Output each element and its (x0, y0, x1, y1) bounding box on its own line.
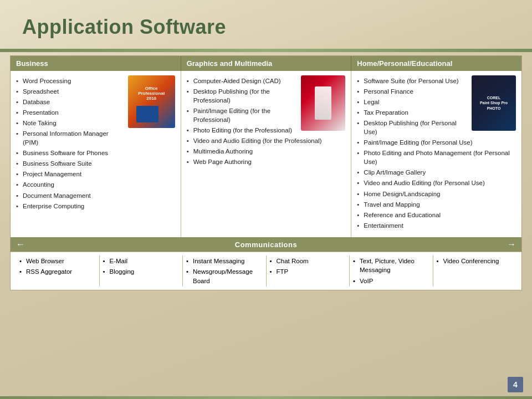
list-item: Entertainment (357, 220, 516, 231)
list-item: Photo Editing (for the Professional) (187, 125, 346, 135)
list-item: Blogging (103, 267, 180, 278)
communications-title: Communications (30, 241, 502, 249)
list-item: Paint/Image Editing (for the Professiona… (187, 105, 346, 125)
comms-list-6: Video Conferencing (437, 255, 513, 267)
comms-list-2: E-Mail Blogging (103, 255, 180, 277)
arrow-left-icon: ← (11, 239, 30, 249)
comms-list-4: Chat Room FTP (270, 255, 346, 277)
list-item: Paint/Image Editing (for Personal Use) (357, 137, 516, 148)
list-item: Home Design/Landscaping (357, 188, 516, 199)
list-item: Video and Audio Editing (for Personal Us… (357, 178, 516, 188)
list-item: Computer-Aided Design (CAD) (187, 75, 346, 86)
comms-list-3: Instant Messaging Newsgroup/Message Boar… (186, 255, 263, 287)
list-item: Software Suite (for Personal Use) (357, 75, 516, 86)
comms-list-5: Text, Picture, Video Messaging VoIP (353, 255, 429, 287)
graphics-header: Graphics and Multimedia (181, 56, 352, 71)
top-bar (0, 49, 532, 52)
list-item: Travel and Mapping (357, 199, 516, 209)
comms-col-4: Chat Room FTP (267, 255, 350, 287)
list-item: Presentation (16, 107, 175, 117)
list-item: Legal (357, 96, 516, 107)
list-item: Chat Room (270, 255, 346, 267)
list-item: Newsgroup/Message Board (186, 267, 263, 287)
list-item: Personal Finance (357, 86, 516, 96)
list-item: Text, Picture, Video Messaging (353, 255, 429, 275)
comms-list-1: Web Browser RSS Aggregator (19, 255, 96, 277)
column-headers: Business Graphics and Multimedia Home/Pe… (11, 56, 521, 71)
list-item: RSS Aggregator (19, 267, 96, 278)
list-item: Document Management (16, 190, 175, 201)
list-item: Accounting (16, 180, 175, 190)
home-list: Software Suite (for Personal Use) Person… (357, 75, 516, 231)
home-column: CORELPaint Shop ProPHOTO Software Suite … (351, 71, 521, 237)
list-item: Video Conferencing (437, 255, 513, 267)
main-table: Business Graphics and Multimedia Home/Pe… (10, 55, 522, 290)
list-item: Desktop Publishing (for Personal Use) (357, 117, 516, 137)
list-item: Web Browser (19, 255, 96, 267)
list-item: Personal Information Manager (PIM) (16, 128, 175, 147)
list-item: VoIP (353, 275, 429, 287)
arrow-right-icon: → (502, 239, 521, 249)
business-product-label: OfficeProfessional2010 (138, 86, 165, 101)
content-row: OfficeProfessional2010 Word Processing S… (11, 71, 521, 237)
business-column: OfficeProfessional2010 Word Processing S… (11, 71, 181, 237)
page-title: Application Software (0, 0, 532, 49)
communications-bar: ← Communications → (11, 237, 521, 252)
list-item: Note Taking (16, 117, 175, 128)
list-item: Business Software for Phones (16, 148, 175, 158)
page-number: 4 (508, 377, 523, 392)
list-item: Clip Art/Image Gallery (357, 167, 516, 178)
list-item: Instant Messaging (186, 255, 263, 267)
graphics-list: Computer-Aided Design (CAD) Desktop Publ… (187, 75, 346, 167)
list-item: Tax Preparation (357, 107, 516, 117)
home-header: Home/Personal/Educational (351, 56, 521, 71)
comms-col-1: Web Browser RSS Aggregator (16, 255, 100, 287)
list-item: E-Mail (103, 255, 180, 267)
list-item: Web Page Authoring (187, 157, 346, 167)
list-item: Multimedia Authoring (187, 146, 346, 157)
comms-col-3: Instant Messaging Newsgroup/Message Boar… (183, 255, 267, 287)
communications-row: Web Browser RSS Aggregator E-Mail Bloggi… (11, 252, 521, 290)
list-item: Video and Audio Editing (for the Profess… (187, 136, 346, 146)
list-item: Project Management (16, 169, 175, 180)
comms-col-5: Text, Picture, Video Messaging VoIP (350, 255, 433, 287)
list-item: Reference and Educational (357, 209, 516, 220)
graphics-column: Computer-Aided Design (CAD) Desktop Publ… (181, 71, 352, 237)
list-item: Enterprise Computing (16, 201, 175, 211)
bottom-bar (0, 396, 532, 399)
business-header: Business (11, 56, 181, 71)
comms-col-6: Video Conferencing (433, 255, 516, 287)
list-item: Desktop Publishing (for the Professional… (187, 86, 346, 105)
list-item: Business Software Suite (16, 158, 175, 169)
list-item: FTP (270, 267, 346, 278)
comms-col-2: E-Mail Blogging (100, 255, 183, 287)
list-item: Word Processing (16, 75, 175, 86)
list-item: Photo Editing and Photo Management (for … (357, 148, 516, 167)
